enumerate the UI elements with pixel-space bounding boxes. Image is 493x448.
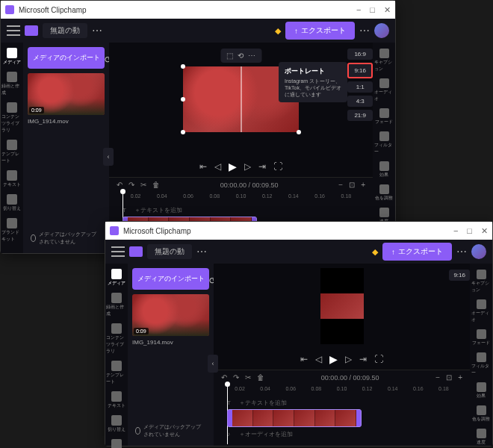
- avatar[interactable]: [471, 244, 486, 259]
- media-thumbnail[interactable]: 0:09: [28, 73, 105, 115]
- skip-end-icon[interactable]: ⇥: [359, 354, 367, 364]
- zoom-in-icon[interactable]: +: [458, 373, 462, 382]
- skip-start-icon[interactable]: ⇤: [199, 161, 207, 172]
- fullscreen-icon[interactable]: ⛶: [374, 354, 383, 364]
- video-clip[interactable]: [227, 409, 362, 427]
- export-button[interactable]: ↑エクスポート: [382, 243, 452, 261]
- backup-status[interactable]: メディアはバックアップされていません: [132, 420, 209, 441]
- export-button[interactable]: ↑エクスポート: [285, 22, 355, 40]
- rail-record[interactable]: 録画と作成: [1, 69, 22, 99]
- left-rail: メディア 録画と作成 コンテンツライブラリ テンプレート テキスト 切り替え ブ…: [105, 264, 128, 446]
- premium-icon[interactable]: ◆: [372, 247, 378, 257]
- rr-effect[interactable]: 効果: [374, 160, 394, 180]
- prev-frame-icon[interactable]: ◁: [315, 354, 322, 364]
- avatar[interactable]: [374, 23, 389, 38]
- rr-color[interactable]: 色を調整: [374, 183, 394, 203]
- rr-color[interactable]: 色を調整: [471, 404, 491, 424]
- undo-icon[interactable]: ↶: [117, 181, 123, 189]
- collapse-chevron[interactable]: ‹: [208, 355, 218, 373]
- redo-icon[interactable]: ↷: [128, 181, 134, 189]
- rr-fade[interactable]: フェード: [374, 107, 394, 127]
- video-preview-portrait[interactable]: [320, 268, 364, 344]
- window-controls[interactable]: −□✕: [453, 226, 488, 236]
- rail-transition[interactable]: 切り替え: [106, 413, 127, 435]
- prev-frame-icon[interactable]: ◁: [214, 161, 221, 172]
- rail-record[interactable]: 録画と作成: [106, 290, 127, 320]
- rail-template[interactable]: テンプレート: [1, 137, 22, 167]
- more-icon[interactable]: ⋯: [196, 246, 207, 258]
- ar-16-9[interactable]: 16:9: [347, 49, 373, 60]
- text-track[interactable]: T＋テキストを追加: [227, 396, 456, 409]
- crop-icon[interactable]: ⬚: [226, 52, 233, 60]
- fullscreen-icon[interactable]: ⛶: [273, 161, 282, 172]
- rail-brand[interactable]: ブランドキット: [1, 216, 22, 245]
- text-track[interactable]: T＋テキストを追加: [123, 203, 359, 217]
- split-icon[interactable]: ✂: [140, 181, 146, 189]
- zoom-fit-icon[interactable]: ⊡: [349, 181, 355, 189]
- zoom-fit-icon[interactable]: ⊡: [446, 373, 452, 382]
- ar-1-1[interactable]: 1:1: [347, 81, 373, 93]
- ruler[interactable]: 0.020.040.060.080.100.120.140.160.18: [109, 192, 373, 200]
- play-icon[interactable]: ▶: [229, 161, 237, 172]
- rr-fade[interactable]: フェード: [471, 328, 491, 348]
- rail-library[interactable]: コンテンツライブラリ: [106, 321, 127, 357]
- ar-9-16[interactable]: 9:16: [347, 63, 373, 78]
- crop-toolbar: ⬚ ⟲ ⋯: [220, 49, 261, 63]
- zoom-out-icon[interactable]: −: [338, 181, 343, 189]
- rail-media[interactable]: メディア: [106, 267, 127, 289]
- project-name[interactable]: 無題の動: [43, 23, 87, 38]
- rail-text[interactable]: テキスト: [1, 168, 22, 190]
- ar-current[interactable]: 9:16: [449, 270, 470, 281]
- zoom-in-icon[interactable]: +: [361, 181, 365, 189]
- hamburger-icon[interactable]: [111, 246, 125, 257]
- rr-speed[interactable]: 速度: [471, 427, 491, 447]
- split-icon[interactable]: ✂: [245, 373, 251, 382]
- project-name[interactable]: 無題の動: [147, 244, 192, 259]
- settings-icon[interactable]: ⋯: [456, 246, 467, 258]
- import-button[interactable]: メディアのインポート⟳: [28, 47, 105, 69]
- ar-4-3[interactable]: 4:3: [347, 96, 373, 107]
- playback-controls: ⇤ ◁ ▶ ▷ ⇥ ⛶: [214, 349, 470, 370]
- rail-library[interactable]: コンテンツライブラリ: [1, 100, 22, 136]
- rotate-icon[interactable]: ⟲: [238, 52, 244, 60]
- more-crop-icon[interactable]: ⋯: [248, 52, 255, 60]
- rr-audio[interactable]: オーディオ: [471, 298, 491, 325]
- ruler[interactable]: 0.020.040.060.080.100.120.140.160.18: [214, 385, 470, 393]
- play-icon[interactable]: ▶: [329, 353, 338, 365]
- tracks: T＋テキストを追加 ♪＋オーディオを追加: [214, 393, 470, 446]
- audio-track[interactable]: ♪＋オーディオを追加: [227, 427, 456, 441]
- preview: ⬚ ⟲ ⋯ ポートレート Instagram ストーリー、TikTok、モバイル…: [109, 43, 373, 156]
- backup-status[interactable]: メディアはバックアップされていません: [28, 228, 105, 249]
- skip-start-icon[interactable]: ⇤: [300, 354, 308, 364]
- folder-icon[interactable]: [129, 246, 143, 257]
- next-frame-icon[interactable]: ▷: [345, 354, 352, 364]
- rail-template[interactable]: テンプレート: [106, 358, 127, 388]
- folder-icon[interactable]: [25, 25, 38, 36]
- zoom-out-icon[interactable]: −: [435, 373, 440, 382]
- rail-media[interactable]: メディア: [1, 46, 22, 68]
- video-track[interactable]: [227, 411, 456, 425]
- rr-filter[interactable]: フィルター: [471, 351, 491, 378]
- rail-brand[interactable]: ブランドキット: [106, 437, 127, 448]
- undo-icon[interactable]: ↶: [221, 373, 227, 382]
- media-thumbnail[interactable]: 0:09: [132, 294, 209, 336]
- delete-icon[interactable]: 🗑: [152, 181, 160, 189]
- window-controls[interactable]: −□✕: [356, 5, 391, 15]
- next-frame-icon[interactable]: ▷: [244, 161, 251, 172]
- rr-audio[interactable]: オーディオ: [374, 77, 394, 104]
- redo-icon[interactable]: ↷: [233, 373, 239, 382]
- hamburger-icon[interactable]: [7, 25, 20, 36]
- rr-filter[interactable]: フィルター: [374, 130, 394, 157]
- rail-transition[interactable]: 切り替え: [1, 192, 22, 214]
- premium-icon[interactable]: ◆: [275, 26, 281, 36]
- rail-text[interactable]: テキスト: [106, 389, 127, 411]
- import-button[interactable]: メディアのインポート⟳: [132, 268, 209, 290]
- skip-end-icon[interactable]: ⇥: [258, 161, 266, 172]
- ar-21-9[interactable]: 21:9: [347, 110, 373, 121]
- rr-caption[interactable]: キャプション: [471, 268, 491, 295]
- rr-caption[interactable]: キャプション: [374, 47, 394, 74]
- delete-icon[interactable]: 🗑: [257, 373, 264, 382]
- rr-effect[interactable]: 効果: [471, 381, 491, 401]
- settings-icon[interactable]: ⋯: [359, 25, 370, 37]
- more-icon[interactable]: ⋯: [92, 25, 102, 37]
